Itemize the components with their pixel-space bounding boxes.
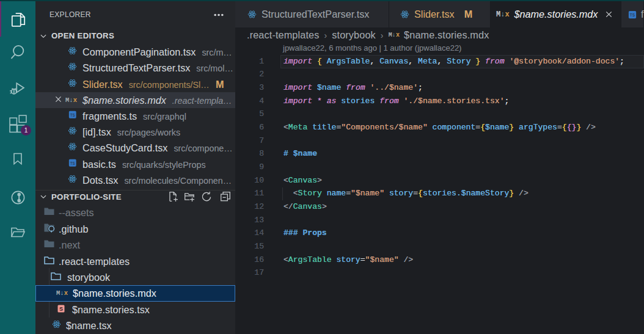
svg-text:S: S bbox=[59, 306, 63, 312]
svg-text:TS: TS bbox=[70, 113, 75, 117]
svg-text:TS: TS bbox=[630, 13, 635, 17]
svg-text:TS: TS bbox=[70, 161, 75, 165]
